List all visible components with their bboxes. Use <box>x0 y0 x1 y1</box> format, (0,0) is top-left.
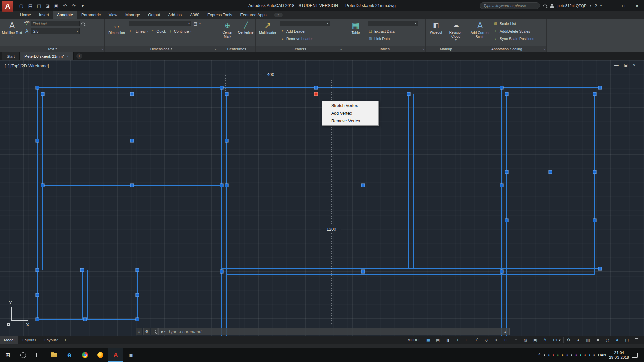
link-data-button[interactable]: Link Data <box>374 37 390 41</box>
panel-footer-annotation-scaling[interactable]: Annotation Scaling ↘ <box>467 46 546 52</box>
grip[interactable] <box>36 268 39 272</box>
grip[interactable] <box>225 184 228 187</box>
panel-footer-centerlines[interactable]: Centerlines <box>218 46 255 52</box>
menu-item-remove-vertex[interactable]: Remove Vertex <box>322 117 378 125</box>
grip[interactable] <box>593 92 596 96</box>
grip[interactable] <box>593 219 596 222</box>
ribbon-tab-annotate[interactable]: Annotate <box>53 11 77 19</box>
chrome-icon[interactable] <box>77 348 93 362</box>
object-snap-tracking-icon[interactable]: ⌖ <box>492 337 501 343</box>
grip[interactable] <box>593 170 596 174</box>
add-current-scale-button[interactable]: A Add Current Scale <box>469 20 491 46</box>
find-text-input[interactable] <box>31 21 80 26</box>
clean-screen-icon[interactable]: ▢ <box>622 337 632 343</box>
dynamic-input-icon[interactable]: + <box>453 337 462 343</box>
search-icon[interactable] <box>543 4 547 7</box>
ribbon-tab-a360[interactable]: A360 <box>186 11 203 19</box>
object-snap-icon[interactable]: □ <box>501 337 511 343</box>
language-indicator[interactable]: DAN <box>598 353 606 357</box>
file-tab-document[interactable]: PeterDJ skænk 21mm* × <box>20 52 74 60</box>
extract-data-button[interactable]: Extract Data <box>374 29 395 33</box>
visual-style-control[interactable]: [2D Wireframe] <box>20 64 49 68</box>
file-explorer-icon[interactable] <box>46 348 62 362</box>
app-icon-extra[interactable]: ▣ <box>123 348 139 362</box>
grip[interactable] <box>130 139 134 142</box>
tray-icon-2[interactable]: ● <box>548 354 550 357</box>
tray-icon-11[interactable]: ● <box>589 354 590 357</box>
centerline-button[interactable]: ╱ Centerline <box>237 20 255 46</box>
grip[interactable] <box>225 92 228 96</box>
grip[interactable] <box>407 92 410 96</box>
tray-icon-1[interactable]: ● <box>544 354 545 357</box>
grip[interactable] <box>505 92 508 96</box>
polar-tracking-icon[interactable]: ∠ <box>472 337 482 343</box>
dialog-launcher-icon[interactable]: ↘ <box>101 48 103 51</box>
tray-icon-9[interactable]: ● <box>580 354 581 357</box>
doc-restore-icon[interactable]: ▣ <box>624 63 628 68</box>
qat-saveas-icon[interactable]: ◪ <box>44 2 52 9</box>
ortho-mode-icon[interactable]: ∟ <box>463 337 472 343</box>
infer-constraints-icon[interactable]: ◨ <box>443 337 452 343</box>
command-input[interactable]: Type a command <box>168 329 202 334</box>
tray-icon-4[interactable]: ● <box>557 354 559 357</box>
dialog-launcher-icon[interactable]: ↘ <box>339 48 342 51</box>
file-tab-start[interactable]: Start <box>2 52 20 60</box>
task-view-button[interactable] <box>31 348 46 362</box>
text-height-combo[interactable]: 2.5 ▾ <box>31 28 80 34</box>
qat-redo-icon[interactable]: ↷ <box>70 2 78 9</box>
grip[interactable] <box>500 184 503 187</box>
sync-scale-positions-button[interactable]: Sync Scale Positions <box>500 37 534 41</box>
hot-grip[interactable] <box>314 92 318 96</box>
layout-tab-layout1[interactable]: Layout1 <box>18 336 40 344</box>
qat-open-icon[interactable]: ▤ <box>26 2 34 9</box>
ribbon-tab-view[interactable]: View <box>105 11 121 19</box>
grip[interactable] <box>549 170 552 174</box>
linear-button[interactable]: Linear <box>136 29 146 33</box>
grip[interactable] <box>41 92 44 96</box>
model-space-canvas[interactable]: 4001200 [−] [Top] [2D Wireframe] — ▣ × S… <box>0 60 644 336</box>
transparency-icon[interactable]: ▨ <box>521 337 530 343</box>
show-desktop-button[interactable] <box>642 348 644 362</box>
ribbon-tab-home[interactable]: Home <box>16 11 35 19</box>
tray-icon-8[interactable]: ● <box>575 354 577 357</box>
lock-ui-icon[interactable]: ■ <box>593 337 602 343</box>
panel-footer-leaders[interactable]: Leaders ↘ <box>256 46 343 52</box>
qat-undo-icon[interactable]: ↶ <box>61 2 69 9</box>
new-layout-button[interactable]: + <box>62 336 69 344</box>
close-icon[interactable]: × <box>67 55 69 58</box>
tray-icon-6[interactable]: ● <box>566 354 568 357</box>
workspace-switching-icon[interactable]: ⚙ <box>564 337 573 343</box>
minimize-button[interactable]: — <box>605 2 615 10</box>
menu-item-stretch-vertex[interactable]: Stretch Vertex <box>322 102 378 109</box>
grip[interactable] <box>136 293 139 297</box>
grip[interactable] <box>598 267 602 270</box>
edge-icon[interactable]: e <box>62 348 77 362</box>
dimension-button[interactable]: ↔ Dimension <box>106 20 127 46</box>
panel-footer-dimensions[interactable]: Dimensions▾ ↘ <box>105 46 218 52</box>
clock[interactable]: 21:04 29-03-2018 <box>609 350 629 360</box>
grip[interactable] <box>41 184 44 187</box>
grip[interactable] <box>225 139 228 142</box>
tray-icon-3[interactable]: ● <box>553 354 554 357</box>
model-space-toggle[interactable]: MODEL <box>405 337 423 343</box>
center-mark-button[interactable]: ⊕ Center Mark <box>219 20 236 46</box>
ribbon-tab-parametric[interactable]: Parametric <box>77 11 105 19</box>
grip[interactable] <box>361 270 365 273</box>
dialog-launcher-icon[interactable]: ↘ <box>422 48 424 51</box>
chevron-down-icon[interactable]: ▾ <box>600 4 602 7</box>
qat-customize-icon[interactable]: ▾ <box>78 2 87 9</box>
command-line[interactable]: ▸▾ Type a command ▲ <box>158 328 510 335</box>
grip[interactable] <box>130 92 134 96</box>
panel-footer-text[interactable]: Text▾ ↘ <box>0 46 104 52</box>
ribbon-tab-featured-apps[interactable]: Featured Apps <box>236 11 271 19</box>
doc-minimize-icon[interactable]: — <box>614 63 619 68</box>
search-icon[interactable] <box>151 328 158 335</box>
isolate-objects-icon[interactable]: ◎ <box>603 337 612 343</box>
ribbon-tab-add-ins[interactable]: Add-ins <box>164 11 186 19</box>
qat-plot-icon[interactable]: ▣ <box>52 2 60 9</box>
layout-tab-model[interactable]: Model <box>0 336 18 344</box>
grid-display-icon[interactable]: ▦ <box>424 337 433 343</box>
grip[interactable] <box>500 270 503 273</box>
chevron-down-icon[interactable]: ▾ <box>590 4 591 7</box>
view-control[interactable]: [Top] <box>10 64 19 68</box>
